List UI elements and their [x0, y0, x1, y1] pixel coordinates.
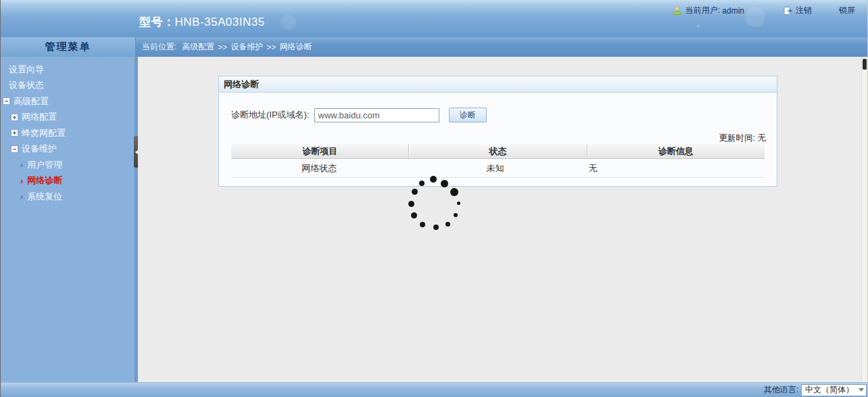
table-header-status: 状态: [408, 144, 586, 158]
language-selected-value: 中文（简体）: [805, 384, 854, 396]
lock-screen-button[interactable]: 锁屏: [839, 5, 855, 16]
top-header: 型号：HNB-35A03IN35 当前用户: admin 注销 锁屏: [1, 0, 868, 37]
app-window: 型号：HNB-35A03IN35 当前用户: admin 注销 锁屏 管理菜单: [0, 0, 868, 397]
language-select[interactable]: 中文（简体）: [801, 384, 867, 396]
device-model-title: 型号：HNB-35A03IN35: [139, 14, 265, 30]
update-time-label: 更新时间:: [719, 133, 755, 143]
sidebar-item-user-management[interactable]: › 用户管理: [1, 157, 137, 173]
table-row: 网络状态 未知 无: [231, 159, 765, 178]
update-time: 更新时间: 无: [719, 133, 766, 144]
sidebar-item-device-status[interactable]: 设备状态: [1, 78, 137, 94]
diagnosis-address-label: 诊断地址(IP或域名):: [231, 109, 310, 121]
table-header-item: 诊断项目: [231, 144, 408, 158]
breadcrumb-item: 设备维护: [231, 41, 263, 53]
sidebar-item-advanced-config[interactable]: 高级配置: [1, 93, 137, 110]
breadcrumb: 当前位置: 高级配置 >> 设备维护 >> 网络诊断: [136, 37, 868, 57]
diagnosis-form: 诊断地址(IP或域名): 诊断: [231, 108, 487, 122]
bottom-bar: 其他语言: 中文（简体）: [1, 382, 868, 397]
vertical-scrollbar[interactable]: [861, 57, 867, 382]
sidebar-item-device-maintenance[interactable]: 设备维护: [1, 141, 137, 158]
breadcrumb-item: 高级配置: [182, 41, 214, 53]
sidebar-item-network-config[interactable]: 网络配置: [1, 110, 137, 126]
breadcrumb-separator: >>: [266, 43, 276, 52]
breadcrumb-label: 当前位置:: [142, 41, 176, 53]
collapse-minus-box-icon[interactable]: [3, 97, 10, 105]
current-user-label: 当前用户:: [685, 5, 720, 16]
loading-spinner: [405, 173, 467, 235]
sidebar-item-cellular-config[interactable]: 蜂窝网配置: [1, 125, 137, 141]
table-header-info: 诊断信息: [587, 144, 765, 158]
sidebar-item-network-diagnosis[interactable]: › 网络诊断: [1, 173, 137, 189]
diagnosis-table: 诊断项目 状态 诊断信息 网络状态 未知 无: [231, 144, 765, 178]
logout-button[interactable]: 注销: [783, 5, 812, 16]
user-area: 当前用户: admin 注销 锁屏: [672, 5, 855, 16]
chevron-down-icon: [856, 385, 866, 396]
logout-label: 注销: [796, 5, 812, 16]
diagnose-button[interactable]: 诊断: [449, 108, 487, 122]
user-icon: [672, 5, 682, 16]
expand-plus-box-icon[interactable]: [11, 129, 18, 137]
expand-plus-box-icon[interactable]: [11, 114, 18, 121]
network-diagnosis-panel: 网络诊断 诊断地址(IP或域名): 诊断 更新时间: 无 诊断项目 状态 诊断信…: [218, 76, 777, 187]
sidebar-item-label: 高级配置: [14, 95, 49, 108]
sidebar-menu: 设置向导 设备状态 高级配置 网络配置 蜂窝网配置 设备维护 › 用户管理 › …: [1, 57, 138, 382]
current-user-name: admin: [722, 6, 744, 16]
collapse-minus-box-icon[interactable]: [11, 145, 18, 153]
cell-diagnosis-item: 网络状态: [231, 162, 407, 174]
sidebar-item-label: 设备状态: [9, 79, 44, 91]
update-time-value: 无: [758, 133, 767, 143]
sidebar-item-label: 设置向导: [9, 64, 44, 76]
model-value: HNB-35A03IN35: [175, 16, 265, 28]
chevron-right-icon: ›: [20, 177, 23, 185]
sidebar-item-setup-wizard[interactable]: 设置向导: [1, 62, 137, 78]
sidebar-item-label: 网络配置: [22, 111, 57, 123]
current-user: 当前用户: admin: [672, 5, 744, 16]
sidebar-item-label: 用户管理: [27, 159, 62, 171]
panel-title: 网络诊断: [219, 76, 777, 93]
table-header-row: 诊断项目 状态 诊断信息: [231, 144, 765, 159]
sidebar-item-system-reset[interactable]: › 系统复位: [1, 189, 137, 205]
language-label: 其他语言:: [764, 384, 798, 396]
sidebar-item-label: 网络诊断: [27, 174, 62, 187]
chevron-right-icon: ›: [20, 192, 23, 201]
logout-door-arrow-icon: [783, 6, 793, 16]
main-content: 网络诊断 诊断地址(IP或域名): 诊断 更新时间: 无 诊断项目 状态 诊断信…: [138, 57, 868, 382]
scrollbar-thumb[interactable]: [863, 59, 867, 70]
sidebar-item-label: 设备维护: [22, 143, 57, 155]
diagnosis-address-input[interactable]: [314, 108, 439, 122]
chevron-right-icon: ›: [20, 160, 23, 169]
breadcrumb-item: 网络诊断: [279, 41, 312, 53]
breadcrumb-separator: >>: [218, 43, 227, 52]
sidebar-item-label: 蜂窝网配置: [22, 127, 66, 139]
sidebar-title: 管理菜单: [1, 37, 136, 57]
sidebar-item-label: 系统复位: [27, 191, 62, 203]
cell-status: 未知: [407, 162, 583, 174]
cell-info: 无: [583, 162, 765, 174]
model-label: 型号：: [139, 16, 175, 28]
